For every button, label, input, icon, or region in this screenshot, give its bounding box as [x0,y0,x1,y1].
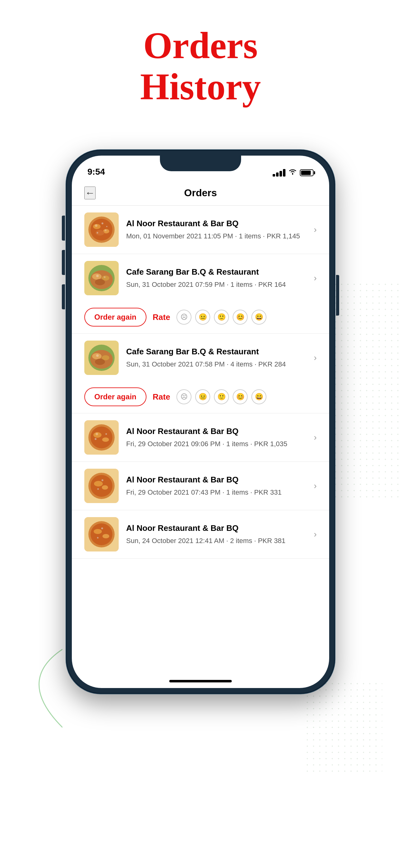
order-image-1 [84,213,119,247]
emoji-slight-smile-2[interactable]: 🙂 [214,310,229,324]
order-item-6[interactable]: Al Noor Restaurant & Bar BQ Sun, 24 Octo… [72,510,329,558]
order-card-3: Cafe Sarang Bar B.Q & Restaurant Sun, 31… [72,334,329,413]
emoji-neutral-3[interactable]: 😐 [195,389,210,404]
wifi-icon [289,169,297,177]
emoji-happy-3[interactable]: 😄 [252,389,266,404]
order-details-3: Sun, 31 October 2021 07:58 PM · 4 items … [126,360,306,369]
svg-point-17 [95,279,105,285]
svg-point-33 [95,438,97,440]
restaurant-name-5: Al Noor Restaurant & Bar BQ [126,475,306,485]
emoji-buttons-3: ☹ 😐 🙂 😊 😄 [176,389,266,404]
svg-point-0 [292,174,293,175]
svg-point-18 [96,275,99,277]
bg-dots-bottom-decoration [304,681,382,774]
order-card-6: Al Noor Restaurant & Bar BQ Sun, 24 Octo… [72,510,329,559]
rate-row-3: Order again Rate ☹ 😐 🙂 😊 😄 [72,382,329,413]
order-again-btn-3[interactable]: Order again [84,388,146,406]
svg-point-45 [94,529,102,534]
svg-point-48 [97,537,99,539]
order-image-3 [84,341,119,375]
order-details-6: Sun, 24 October 2021 12:41 AM · 2 items … [126,536,306,546]
svg-point-34 [106,433,107,435]
phone-frame: 9:54 [66,150,335,694]
order-details-2: Sun, 31 October 2021 07:59 PM · 1 items … [126,280,306,290]
chevron-icon-3: › [314,353,317,363]
page-title: Orders History [0,25,401,107]
order-info-6: Al Noor Restaurant & Bar BQ Sun, 24 Octo… [126,523,306,546]
emoji-buttons-2: ☹ 😐 🙂 😊 😄 [176,310,266,324]
rate-label-2: Rate [153,312,170,322]
order-image-6 [84,517,119,552]
order-item-4[interactable]: Al Noor Restaurant & Bar BQ Fri, 29 Octo… [72,413,329,462]
order-card-4: Al Noor Restaurant & Bar BQ Fri, 29 Octo… [72,413,329,462]
chevron-icon-1: › [314,225,317,235]
svg-point-47 [101,527,103,529]
svg-point-10 [97,232,98,234]
svg-point-40 [101,479,103,481]
back-button[interactable]: ← [84,187,96,199]
emoji-neutral-2[interactable]: 😐 [195,310,210,324]
restaurant-name-1: Al Noor Restaurant & Bar BQ [126,218,306,229]
order-again-btn-2[interactable]: Order again [84,308,146,327]
svg-point-39 [102,485,108,490]
svg-point-37 [91,475,112,497]
order-image-2 [84,261,119,295]
svg-point-7 [95,224,97,227]
svg-point-46 [102,534,109,538]
rate-row-2: Order again Rate ☹ 😐 🙂 😊 😄 [72,302,329,333]
phone-notch [160,156,241,171]
order-item-2[interactable]: Cafe Sarang Bar B.Q & Restaurant Sun, 31… [72,254,329,302]
chevron-icon-5: › [314,481,317,491]
orders-list: Al Noor Restaurant & Bar BQ Mon, 01 Nove… [72,206,329,559]
app-header: ← Orders [72,181,329,206]
rate-label-3: Rate [153,392,170,402]
svg-point-31 [102,437,109,442]
order-item-1[interactable]: Al Noor Restaurant & Bar BQ Mon, 01 Nove… [72,206,329,254]
order-item-5[interactable]: Al Noor Restaurant & Bar BQ Fri, 29 Octo… [72,462,329,510]
chevron-icon-6: › [314,529,317,539]
svg-point-32 [96,433,98,435]
orders-title: Orders [184,187,217,199]
battery-icon [300,169,313,176]
emoji-smile-3[interactable]: 😊 [233,389,248,404]
svg-point-29 [91,427,112,448]
order-details-4: Fri, 29 October 2021 09:06 PM · 1 items … [126,439,306,449]
svg-point-19 [104,276,106,278]
svg-point-11 [106,226,107,227]
order-info-5: Al Noor Restaurant & Bar BQ Fri, 29 Octo… [126,475,306,497]
svg-point-8 [105,229,106,231]
restaurant-name-4: Al Noor Restaurant & Bar BQ [126,426,306,437]
restaurant-name-6: Al Noor Restaurant & Bar BQ [126,523,306,534]
order-details-1: Mon, 01 November 2021 11:05 PM · 1 items… [126,231,306,241]
svg-point-44 [91,523,112,545]
svg-point-9 [101,222,103,224]
status-time: 9:54 [88,167,105,177]
chevron-icon-4: › [314,432,317,442]
order-card-5: Al Noor Restaurant & Bar BQ Fri, 29 Octo… [72,462,329,510]
phone-screen: 9:54 [72,156,329,688]
home-indicator [169,680,232,682]
emoji-happy-2[interactable]: 😄 [252,310,266,324]
order-item-3[interactable]: Cafe Sarang Bar B.Q & Restaurant Sun, 31… [72,334,329,382]
signal-icon [273,169,286,177]
order-details-5: Fri, 29 October 2021 07:43 PM · 1 items … [126,488,306,497]
order-info-3: Cafe Sarang Bar B.Q & Restaurant Sun, 31… [126,346,306,369]
svg-point-26 [96,354,99,357]
order-info-1: Al Noor Restaurant & Bar BQ Mon, 01 Nove… [126,218,306,241]
emoji-slight-smile-3[interactable]: 🙂 [214,389,229,404]
emoji-smile-2[interactable]: 😊 [233,310,248,324]
order-card-2: Cafe Sarang Bar B.Q & Restaurant Sun, 31… [72,254,329,334]
restaurant-name-3: Cafe Sarang Bar B.Q & Restaurant [126,346,306,357]
emoji-sad-2[interactable]: ☹ [176,310,192,324]
status-icons [273,169,313,177]
svg-point-38 [94,481,103,487]
emoji-sad-3[interactable]: ☹ [176,389,192,404]
order-card-1: Al Noor Restaurant & Bar BQ Mon, 01 Nove… [72,206,329,254]
restaurant-name-2: Cafe Sarang Bar B.Q & Restaurant [126,267,306,277]
svg-point-25 [95,359,105,365]
bg-curve-decoration [0,618,63,743]
order-info-4: Al Noor Restaurant & Bar BQ Fri, 29 Octo… [126,426,306,449]
svg-point-3 [91,219,112,241]
order-image-5 [84,469,119,503]
chevron-icon-2: › [314,273,317,283]
